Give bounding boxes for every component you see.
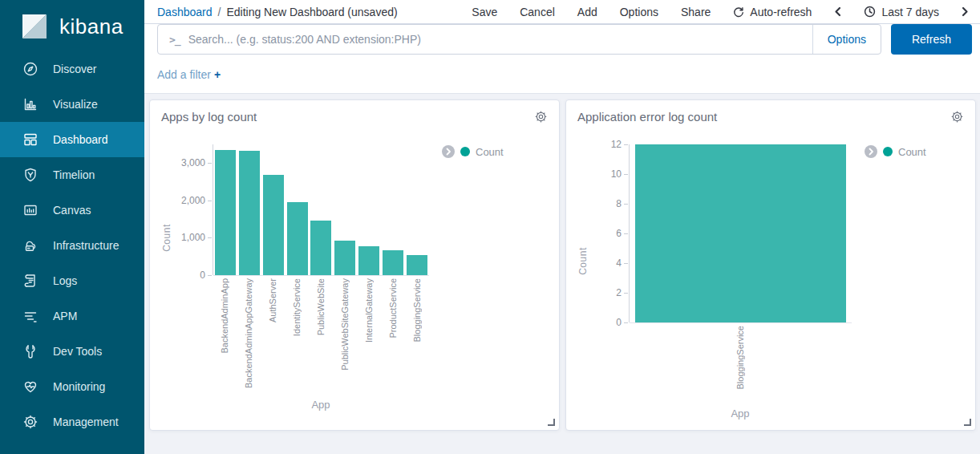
scroll-icon: [22, 273, 38, 289]
x-axis-labels: BloggingService: [629, 322, 852, 403]
refresh-icon: [733, 6, 744, 18]
add-filter-link[interactable]: Add a filter+: [157, 68, 221, 81]
search-input[interactable]: [188, 25, 812, 54]
sidebar-item-label: Canvas: [53, 204, 91, 217]
legend-series-dot: [460, 147, 470, 156]
sidebar-item-management[interactable]: Management: [0, 404, 144, 440]
sidebar-item-timelion[interactable]: Timelion: [0, 157, 144, 193]
legend-expand-icon[interactable]: [865, 145, 877, 158]
breadcrumb-separator: /: [218, 6, 221, 18]
clock-icon: [864, 6, 876, 18]
gear-icon: [22, 414, 38, 430]
panel-resize-handle[interactable]: [548, 419, 555, 426]
bar-chart: Count 024681012 Count BloggingService Ap…: [566, 144, 975, 420]
panel-application-error-log-count: Application error log count Count 024681…: [565, 99, 976, 431]
bar[interactable]: [263, 175, 284, 275]
topnav-actions: Save Cancel Add Options Share Auto-refre…: [472, 6, 969, 18]
y-axis-tick-label: 0: [616, 317, 622, 328]
bar[interactable]: [215, 150, 236, 275]
x-axis-tick-label: BackendAdminAppGateway: [244, 278, 253, 388]
time-back-button[interactable]: [834, 6, 841, 17]
y-axis-tick-label: 6: [616, 228, 622, 239]
sidebar-item-label: APM: [53, 310, 77, 322]
time-range-label: Last 7 days: [881, 6, 939, 18]
sidebar-item-label: Discover: [53, 63, 96, 75]
legend-series-dot: [883, 147, 893, 156]
plot-area: [213, 144, 429, 275]
y-axis-tick-label: 3,000: [181, 157, 205, 168]
compass-icon: [22, 61, 38, 77]
bar[interactable]: [239, 151, 260, 275]
time-range-button[interactable]: Last 7 days: [864, 6, 939, 18]
panel-title: Application error log count: [577, 110, 717, 124]
chart-legend[interactable]: Count: [865, 144, 926, 159]
query-options-link[interactable]: Options: [812, 25, 881, 54]
sidebar-item-canvas[interactable]: Canvas: [0, 193, 144, 228]
bar-chart: Count 01,0002,0003,000 Count BackendAdmi…: [150, 144, 559, 411]
logo-text: kibana: [59, 14, 124, 39]
x-axis-tick-label: ProductService: [388, 278, 398, 338]
breadcrumb-dashboard-link[interactable]: Dashboard: [157, 6, 213, 18]
legend-series-label: Count: [476, 146, 504, 158]
bar[interactable]: [407, 255, 427, 275]
panel-header: Application error log count: [566, 100, 975, 127]
y-axis-tick-label: 0: [200, 270, 205, 281]
add-button[interactable]: Add: [577, 6, 597, 18]
sidebar-item-apm[interactable]: APM: [0, 298, 144, 334]
cancel-button[interactable]: Cancel: [520, 6, 555, 18]
y-axis-title: Count: [161, 224, 172, 252]
bar[interactable]: [334, 241, 355, 275]
kibana-logo-icon: [21, 13, 48, 40]
bar[interactable]: [358, 246, 379, 275]
x-axis-labels: BackendAdminAppBackendAdminAppGatewayAut…: [213, 275, 429, 394]
x-axis-title: App: [629, 403, 852, 420]
sidebar-item-label: Visualize: [53, 98, 98, 111]
x-axis-title: App: [213, 394, 429, 411]
legend-series-label: Count: [898, 146, 926, 158]
panel-options-gear-icon[interactable]: [534, 110, 548, 124]
y-axis-tick-label: 12: [611, 139, 622, 150]
panel-options-gear-icon[interactable]: [950, 110, 964, 124]
x-axis-tick-label: PublicWebSite: [316, 278, 326, 335]
main-content: Dashboard / Editing New Dashboard (unsav…: [144, 0, 980, 454]
chart-legend[interactable]: Count: [442, 144, 504, 159]
search-box: >_ Options: [157, 24, 881, 55]
plus-icon: +: [214, 68, 221, 81]
sidebar-item-infrastructure[interactable]: Infrastructure: [0, 228, 144, 263]
plot-area: [629, 144, 852, 322]
sidebar-item-label: Management: [53, 415, 119, 428]
legend-expand-icon[interactable]: [442, 145, 455, 158]
x-axis-tick-label: IdentityService: [292, 278, 302, 336]
panel-resize-handle[interactable]: [964, 419, 971, 426]
kibana-logo[interactable]: kibana: [0, 0, 144, 51]
bar[interactable]: [287, 202, 308, 275]
sidebar-item-label: Infrastructure: [53, 239, 119, 252]
y-axis-tick-label: 4: [616, 257, 622, 269]
bar[interactable]: [383, 250, 403, 275]
refresh-button[interactable]: Refresh: [891, 24, 972, 55]
panel-title: Apps by log count: [161, 110, 257, 124]
time-forward-button[interactable]: [962, 6, 969, 17]
sidebar: kibana Discover Visualize Dashboard: [0, 0, 144, 454]
bar[interactable]: [635, 144, 846, 322]
x-axis-tick-label: PublicWebSiteGateway: [340, 278, 350, 371]
share-button[interactable]: Share: [681, 6, 711, 18]
sidebar-item-monitoring[interactable]: Monitoring: [0, 369, 144, 404]
sidebar-item-logs[interactable]: Logs: [0, 263, 144, 298]
breadcrumb: Dashboard / Editing New Dashboard (unsav…: [157, 6, 398, 18]
sidebar-item-label: Dashboard: [53, 133, 108, 146]
auto-refresh-button[interactable]: Auto-refresh: [733, 6, 812, 18]
top-navigation: Dashboard / Editing New Dashboard (unsav…: [144, 0, 980, 24]
save-button[interactable]: Save: [472, 6, 497, 18]
terminal-prompt-icon: >_: [158, 34, 188, 46]
sidebar-item-visualize[interactable]: Visualize: [0, 87, 144, 122]
sidebar-item-discover[interactable]: Discover: [0, 51, 144, 87]
y-axis: 01,0002,0003,000: [176, 144, 213, 275]
x-axis-tick-label: InternalGateway: [364, 278, 374, 343]
bar[interactable]: [310, 221, 331, 275]
options-button[interactable]: Options: [620, 6, 658, 18]
kibana-app: kibana Discover Visualize Dashboard: [0, 0, 980, 454]
apm-lines-icon: [22, 308, 38, 324]
sidebar-item-dashboard[interactable]: Dashboard: [0, 122, 144, 157]
sidebar-item-dev-tools[interactable]: Dev Tools: [0, 334, 144, 369]
